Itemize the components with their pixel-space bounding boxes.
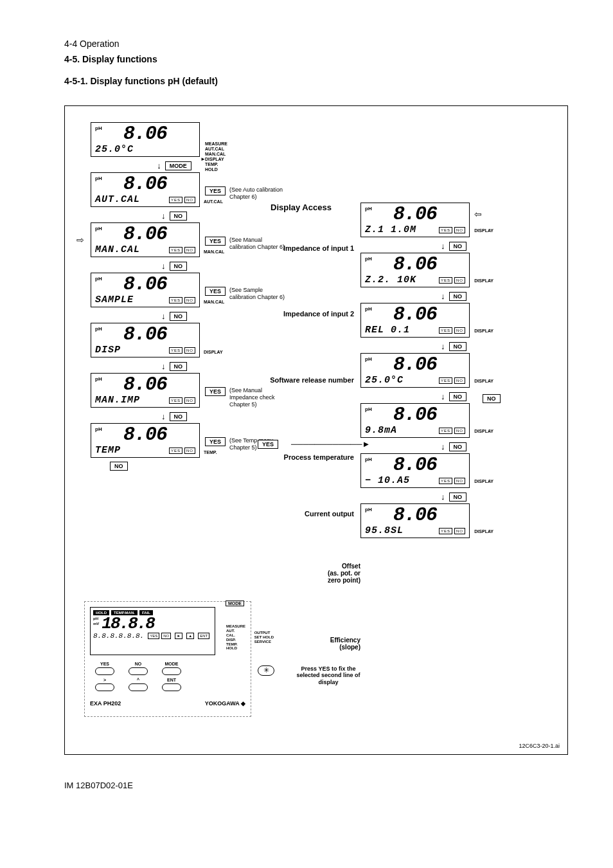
mini-yes[interactable]: YES (439, 478, 452, 484)
label-impedance-2: Impedance of input 2 (258, 310, 354, 318)
tx-mode-button[interactable] (162, 667, 181, 675)
mini-yes[interactable]: YES (169, 247, 182, 253)
lcd-big: 8.06 (95, 125, 195, 143)
tx-right-icon[interactable]: ► (175, 633, 182, 639)
arrow-down-icon: ↓ (161, 311, 166, 321)
mini-yes[interactable]: YES (169, 397, 182, 404)
mini-yes[interactable]: YES (439, 377, 452, 384)
label-cout: Current output (280, 510, 354, 518)
mini-yes[interactable]: YES (169, 197, 182, 203)
txside2-2: SERVICE (254, 640, 274, 644)
no-button[interactable]: NO (110, 462, 128, 471)
mini-no[interactable]: NO (184, 448, 195, 454)
tx-side-menu-2: OUTPUT SET HOLD SERVICE (254, 631, 274, 644)
yes-button[interactable]: YES (205, 387, 226, 396)
section-4-5: 4-5. Display functions (64, 54, 568, 64)
yes-button[interactable]: YES (258, 440, 278, 449)
no-button[interactable]: NO (170, 412, 188, 421)
context-tag: DISPLAY (474, 529, 493, 534)
mini-yes[interactable]: YES (169, 347, 182, 354)
mini-no[interactable]: NO (454, 277, 465, 284)
star-button[interactable]: ✳ (258, 665, 274, 676)
no-button[interactable]: NO (449, 242, 467, 251)
yes-button[interactable]: YES (205, 186, 226, 195)
lcd-sub: MAN.IMP (95, 395, 140, 406)
offset-l2: (as. pot. or (277, 570, 360, 577)
mini-no[interactable]: NO (184, 397, 195, 404)
mini-no[interactable]: NO (454, 528, 465, 534)
mini-no[interactable]: NO (184, 247, 195, 253)
lcd-offset: pH 8.06 − 10.A5 YESNO DISPLAY (360, 453, 470, 488)
ph-label: pH (365, 507, 372, 512)
lcd-sub: Z.1 1.0M (365, 224, 416, 235)
return-arrow-left-icon: ⇨ (76, 235, 84, 245)
lcd-eff: pH 8.06 95.8SL YESNO DISPLAY (360, 503, 470, 538)
lcd-sub: SAMPLE (95, 294, 134, 305)
no-button[interactable]: NO (449, 442, 467, 451)
no-button[interactable]: NO (170, 312, 188, 321)
lcd-rel: pH 8.06 REL 0.1 YESNO DISPLAY (360, 303, 470, 338)
tx-big: 18.8.8 (102, 617, 154, 631)
no-button[interactable]: NO (449, 392, 467, 401)
lcd-temp-menu: pH 8.06 TEMP YESNO TEMP. (91, 423, 200, 458)
yes-button[interactable]: YES (205, 287, 226, 296)
mini-no[interactable]: NO (454, 327, 465, 334)
yes-button[interactable]: YES (205, 437, 226, 446)
tx-up-icon[interactable]: ▲ (186, 633, 194, 639)
lcd-sub: 9.8mA (365, 425, 397, 436)
mini-yes[interactable]: YES (169, 448, 182, 454)
txside-2: CAL. (226, 633, 245, 638)
offset-l3: zero point) (277, 577, 360, 584)
txside-4: TEMP. (226, 642, 245, 647)
mini-yes[interactable]: YES (439, 277, 452, 284)
tx-ent[interactable]: ENT (198, 633, 209, 639)
mini-yes[interactable]: YES (439, 528, 452, 534)
lcd-big: 8.06 (95, 376, 195, 393)
txside-3: DISP. (226, 638, 245, 642)
mini-no[interactable]: NO (161, 633, 171, 639)
mini-yes[interactable]: YES (439, 327, 452, 334)
ph-label: pH (95, 176, 102, 181)
fix-note: Press YES to fix the selected second lin… (290, 665, 367, 685)
no-button[interactable]: NO (170, 212, 188, 221)
lcd-mancal: pH 8.06 MAN.CAL YESNO MAN.CAL (91, 222, 200, 257)
lcd-disp: pH 8.06 DISP YESNO DISPLAY (91, 323, 200, 357)
mini-no[interactable]: NO (184, 347, 195, 354)
menu-measure: MEASURE (205, 141, 227, 147)
mini-yes[interactable]: YES (148, 633, 159, 639)
tx-gt-button[interactable] (95, 683, 114, 691)
tx-ent-button[interactable] (162, 683, 181, 691)
mini-no[interactable]: NO (454, 227, 465, 233)
label-release: Software release number (251, 376, 354, 384)
mini-yes[interactable]: YES (169, 297, 182, 303)
tx-up-button[interactable] (129, 683, 148, 691)
no-button[interactable]: NO (170, 362, 188, 371)
lcd-sub: MAN.CAL (95, 244, 140, 255)
mini-no[interactable]: NO (454, 428, 465, 434)
menu-temp: TEMP. (205, 162, 227, 167)
yes-button[interactable]: YES (205, 237, 226, 246)
arrow-down-icon: ↓ (161, 261, 166, 271)
page-ref: 4-4 Operation (64, 39, 568, 49)
lcd-big: 8.06 (365, 256, 465, 273)
mini-yes[interactable]: YES (439, 227, 452, 233)
eff-l2: (slope) (277, 644, 360, 651)
no-button[interactable]: NO (449, 292, 467, 301)
arrow-down-icon: ↓ (441, 442, 445, 451)
no-button-extra[interactable]: NO (483, 394, 501, 403)
arrow-down-icon: ↓ (441, 492, 445, 502)
transmitter-panel: MODE HOLD TEMP.MAN. FAIL pH mV 18.8.8 8.… (84, 601, 251, 717)
mini-yes[interactable]: YES (439, 428, 452, 434)
lcd-cout: pH 8.06 9.8mA YESNO DISPLAY (360, 403, 470, 438)
no-button[interactable]: NO (449, 342, 467, 351)
mini-no[interactable]: NO (184, 197, 195, 203)
mini-no[interactable]: NO (184, 297, 195, 303)
mode-button[interactable]: MODE (165, 161, 191, 170)
mini-no[interactable]: NO (454, 478, 465, 484)
lcd-big: 8.06 (95, 326, 195, 343)
no-button[interactable]: NO (170, 262, 188, 271)
mini-no[interactable]: NO (454, 377, 465, 384)
no-button[interactable]: NO (449, 493, 467, 502)
tx-yes-button[interactable] (95, 667, 114, 675)
tx-no-button[interactable] (129, 667, 148, 675)
